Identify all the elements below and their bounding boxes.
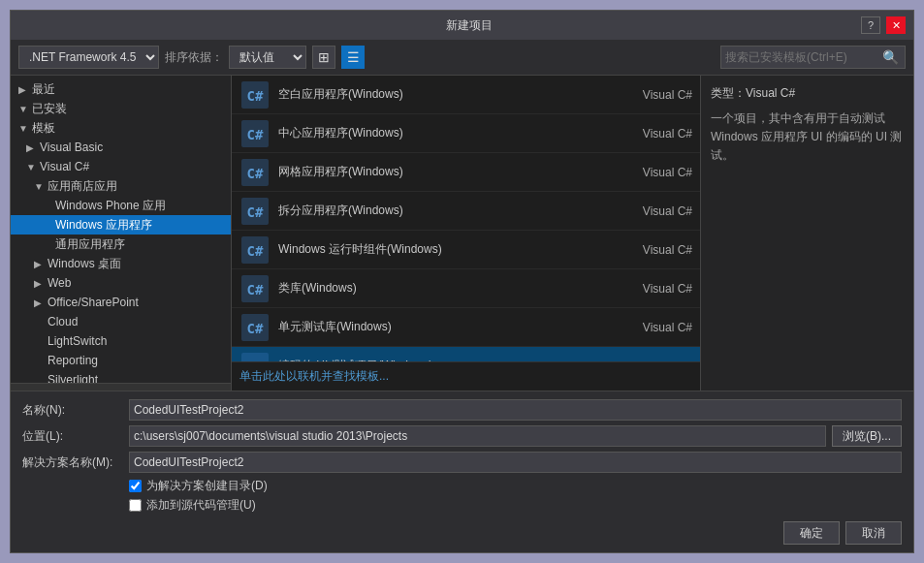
tree-item-win_desktop[interactable]: Windows 桌面 (11, 254, 231, 273)
template-name-blank_win: 空白应用程序(Windows) (278, 86, 615, 103)
template-icon-unit_test: C# (239, 312, 271, 343)
tree-item-reporting[interactable]: Reporting (11, 351, 231, 370)
tree-label-cloud: Cloud (48, 315, 78, 328)
template-item-runtime_win[interactable]: C# Windows 运行时组件(Windows)Visual C# (232, 231, 700, 269)
tree-area: 最近已安装模板Visual BasicVisual C#应用商店应用Window… (11, 76, 231, 383)
list-view-button[interactable]: ☰ (341, 46, 365, 69)
template-icon-hub_win: C# (239, 118, 271, 149)
location-label: 位置(L): (22, 428, 129, 445)
tree-label-vbasic: Visual Basic (40, 141, 103, 154)
template-icon-runtime_win: C# (239, 235, 271, 266)
name-input[interactable] (129, 399, 902, 421)
tree-label-vcsharp: Visual C# (40, 160, 89, 173)
tree-arrow-templates (18, 123, 32, 134)
svg-text:C#: C# (247, 204, 264, 220)
solution-input[interactable] (129, 452, 902, 473)
solution-row: 解决方案名称(M): (22, 452, 902, 473)
template-item-library_win[interactable]: C# 类库(Windows)Visual C# (232, 269, 700, 308)
template-icon-split_win: C# (239, 196, 271, 227)
tree-label-win_phone: Windows Phone 应用 (55, 198, 166, 214)
tree-label-reporting: Reporting (48, 354, 98, 367)
template-name-coded_ui: 编码的 UI 测试项目(Windows) (278, 358, 615, 361)
name-row: 名称(N): (22, 399, 902, 421)
toolbar-row: .NET Framework 4.5 排序依据： 默认值 ⊞ ☰ 🔍 (11, 40, 913, 76)
tree-item-office_sp[interactable]: Office/SharePoint (11, 293, 231, 312)
tree-item-recent[interactable]: 最近 (11, 79, 231, 99)
tree-item-silverlight[interactable]: Silverlight (11, 370, 231, 383)
template-item-grid_win[interactable]: C# 网格应用程序(Windows)Visual C# (232, 153, 700, 192)
template-lang-blank_win: Visual C# (615, 88, 692, 102)
tree-item-web[interactable]: Web (11, 273, 231, 293)
svg-text:C#: C# (247, 88, 264, 104)
right-panel: 类型：Visual C# 一个项目，其中含有用于自动测试 Windows 应用程… (700, 76, 913, 391)
tree-arrow-web (34, 278, 48, 289)
template-item-hub_win[interactable]: C# 中心应用程序(Windows)Visual C# (232, 114, 700, 153)
grid-view-button[interactable]: ⊞ (312, 46, 335, 69)
cancel-button[interactable]: 取消 (845, 521, 902, 545)
online-link-area: 单击此处以联机并查找模板... (232, 361, 700, 391)
template-item-unit_test[interactable]: C# 单元测试库(Windows)Visual C# (232, 308, 700, 347)
close-button[interactable]: ✕ (886, 16, 906, 34)
template-lang-unit_test: Visual C# (615, 321, 692, 334)
dialog-title: 新建项目 (77, 17, 861, 34)
template-list: C# 空白应用程序(Windows)Visual C# C# 中心应用程序(Wi… (232, 76, 700, 361)
template-icon-library_win: C# (239, 273, 271, 304)
ok-button[interactable]: 确定 (783, 521, 840, 545)
left-panel: 最近已安装模板Visual BasicVisual C#应用商店应用Window… (11, 76, 232, 391)
help-button[interactable]: ? (861, 16, 880, 34)
tree-arrow-win_desktop (34, 259, 48, 269)
tree-arrow-recent (18, 84, 32, 95)
template-item-coded_ui[interactable]: C# 编码的 UI 测试项目(Windows)Visual C#编码的 UI 测… (232, 347, 700, 361)
tree-label-win_desktop: Windows 桌面 (48, 256, 121, 272)
tree-item-store_apps[interactable]: 应用商店应用 (11, 176, 231, 196)
search-input[interactable] (725, 50, 880, 64)
tree-label-lightswitch: LightSwitch (48, 334, 107, 348)
tree-item-templates[interactable]: 模板 (11, 118, 231, 138)
tree-item-lightswitch[interactable]: LightSwitch (11, 331, 231, 351)
sort-label: 排序依据： (165, 49, 223, 66)
location-input[interactable] (129, 425, 826, 447)
search-icon[interactable]: 🔍 (880, 49, 901, 65)
template-name-library_win: 类库(Windows) (278, 280, 615, 297)
template-name-hub_win: 中心应用程序(Windows) (278, 125, 615, 141)
svg-text:C#: C# (247, 127, 264, 142)
template-lang-hub_win: Visual C# (615, 127, 692, 141)
template-icon-coded_ui: C# (239, 351, 271, 362)
description-text: 一个项目，其中含有用于自动测试 Windows 应用程序 UI 的编码的 UI … (711, 109, 904, 166)
tree-item-vbasic[interactable]: Visual Basic (11, 138, 231, 157)
sort-select[interactable]: 默认值 (229, 46, 306, 69)
tree-label-web: Web (48, 276, 71, 290)
tree-label-templates: 模板 (32, 120, 55, 137)
template-name-unit_test: 单元测试库(Windows) (278, 319, 615, 335)
template-lang-coded_ui: Visual C# (615, 360, 692, 362)
create-solution-dir-checkbox[interactable] (129, 480, 142, 492)
tree-arrow-office_sp (34, 297, 48, 308)
template-lang-library_win: Visual C# (615, 282, 692, 296)
checkbox-source-control-row: 添加到源代码管理(U) (129, 497, 902, 514)
search-box: 🔍 (720, 46, 906, 69)
tree-item-cloud[interactable]: Cloud (11, 312, 231, 331)
template-icon-blank_win: C# (239, 79, 271, 110)
framework-select[interactable]: .NET Framework 4.5 (18, 46, 159, 69)
add-source-control-checkbox[interactable] (129, 499, 142, 512)
svg-text:C#: C# (247, 166, 264, 181)
template-lang-runtime_win: Visual C# (615, 243, 692, 257)
browse-button[interactable]: 浏览(B)... (832, 425, 902, 447)
tree-item-win_phone[interactable]: Windows Phone 应用 (11, 196, 231, 215)
template-item-split_win[interactable]: C# 拆分应用程序(Windows)Visual C# (232, 192, 700, 231)
tree-item-vcsharp[interactable]: Visual C# (11, 157, 231, 176)
tree-item-installed[interactable]: 已安装 (11, 99, 231, 118)
tree-item-win_app[interactable]: Windows 应用程序 (11, 215, 231, 235)
checkbox-solution-dir-row: 为解决方案创建目录(D) (129, 478, 902, 494)
online-templates-link[interactable]: 单击此处以联机并查找模板... (239, 369, 389, 383)
create-solution-dir-label: 为解决方案创建目录(D) (146, 478, 268, 494)
tree-item-univ_app[interactable]: 通用应用程序 (11, 235, 231, 254)
middle-panel: C# 空白应用程序(Windows)Visual C# C# 中心应用程序(Wi… (232, 76, 700, 391)
bottom-buttons: 确定 取消 (22, 521, 902, 545)
template-lang-split_win: Visual C# (615, 204, 692, 218)
template-item-blank_win[interactable]: C# 空白应用程序(Windows)Visual C# (232, 76, 700, 114)
tree-arrow-vbasic (26, 142, 40, 153)
svg-text:C#: C# (247, 321, 264, 336)
horizontal-scrollbar[interactable] (11, 383, 231, 391)
checkboxes-area: 为解决方案创建目录(D) 添加到源代码管理(U) (129, 478, 902, 514)
